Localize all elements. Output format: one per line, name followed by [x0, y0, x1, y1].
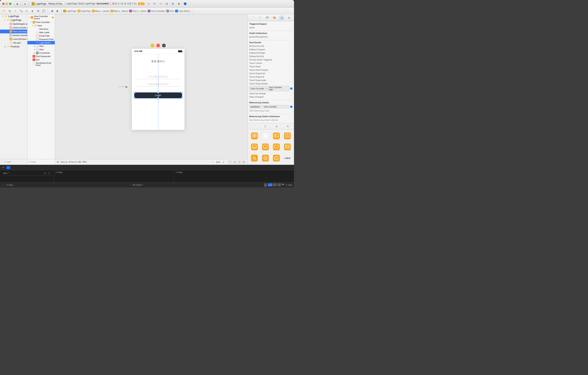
outline-vc[interactable]: V View Controller — [27, 21, 55, 24]
login-button-mock[interactable]: Login — [134, 92, 182, 99]
breadcrumb-btn[interactable]: B Login Button — [175, 10, 190, 12]
grid-btn[interactable]: ⊞ — [36, 9, 41, 13]
run-button[interactable]: ▶ — [14, 1, 21, 6]
outline-main-label[interactable]: L Main Label — [27, 31, 55, 34]
event-radio-9[interactable] — [290, 72, 293, 75]
close-button[interactable] — [2, 3, 5, 5]
event-radio-14[interactable] — [290, 96, 293, 98]
breadcrumb-warning[interactable]: ⚠ — [191, 10, 193, 12]
lib-item-container[interactable] — [260, 131, 271, 141]
scene-warning-btn[interactable] — [151, 44, 154, 47]
outline-entry-point[interactable]: → Storyboard Entry Point — [27, 61, 55, 67]
footer-add[interactable]: + — [1, 184, 5, 187]
nav-forward[interactable]: ▶ — [55, 9, 60, 13]
outline-password-field[interactable]: F Password Field — [27, 38, 55, 41]
new-outlet-radio[interactable] — [290, 109, 293, 112]
breadcrumb-main-base[interactable]: S Main.s...(Base) — [111, 10, 128, 12]
outline-first-responder[interactable]: F First Responder — [27, 55, 55, 58]
maximize-button[interactable] — [9, 3, 11, 5]
layout-btn-b[interactable] — [273, 183, 277, 186]
outline-view2[interactable]: V View — [27, 44, 55, 48]
outline-email-field[interactable]: F Email Field — [27, 34, 55, 38]
zoom-out-btn[interactable]: − — [211, 160, 215, 164]
inspector-button[interactable]: 🔵 — [182, 2, 188, 6]
lib-tab-file[interactable]: 📄 — [252, 124, 257, 129]
lib-item-label[interactable]: Label — [282, 153, 293, 163]
event-radio-12[interactable] — [290, 82, 293, 85]
sidebar-item-viewcontroller[interactable]: S ViewController.swift — [0, 26, 27, 30]
search-footer[interactable]: 🔍 — [282, 183, 285, 186]
lib-tab-media[interactable]: ⊞ — [285, 124, 290, 129]
lib-item-nav[interactable] — [271, 131, 282, 141]
lib-item-table[interactable] — [282, 142, 293, 152]
touch-up-dot[interactable] — [290, 88, 293, 90]
sidebar-item-loginpage-root[interactable]: ▼ 📁 LoginPage — [0, 14, 27, 18]
tab-attributes[interactable]: 🎨 — [272, 16, 277, 20]
comment-btn[interactable]: 💬 — [41, 9, 46, 13]
tab-size[interactable]: ⊞ — [286, 16, 292, 20]
sidebar-item-main-storyboard[interactable]: S Main.storyboard — [0, 30, 27, 33]
tab-connections[interactable]: ◎ — [279, 16, 284, 20]
event-radio-7[interactable] — [290, 65, 293, 68]
breadcrumb-view[interactable]: V View — [166, 10, 174, 12]
scheme-selector[interactable]: P LoginPage | iPhone 8 Plus — [30, 2, 65, 6]
layout-btn-4[interactable]: ⊠ — [242, 160, 246, 164]
scene-close-btn[interactable] — [156, 44, 160, 47]
eye-btn[interactable]: 👁 — [43, 172, 47, 175]
event-radio-5[interactable] — [290, 58, 293, 61]
breadcrumb-loginpage[interactable]: 📁 LoginPage — [78, 10, 91, 12]
minimize-button[interactable] — [6, 3, 8, 5]
tab-identity[interactable]: 🪪 — [265, 16, 270, 20]
sidebar-item-launchscreen[interactable]: S LaunchScreen.storyboard — [0, 37, 27, 41]
sidebar-item-products[interactable]: ▶ 📁 Products — [0, 45, 27, 49]
lib-item-tab[interactable] — [249, 142, 260, 152]
navigator-toggle[interactable]: 📁 — [1, 9, 6, 13]
lib-tab-code[interactable]: {} — [263, 124, 268, 129]
layout-btn-a[interactable] — [268, 183, 272, 186]
zoom-in-btn[interactable]: + — [222, 160, 225, 164]
version-button[interactable]: ⊠ — [176, 2, 182, 6]
lib-item-search[interactable] — [249, 153, 260, 163]
collapse-btn[interactable]: ⊟ — [7, 9, 12, 13]
event-radio-11[interactable] — [290, 79, 293, 81]
sidebar-item-infoplist[interactable]: P Info.plist — [0, 41, 27, 45]
outline-safe-area[interactable]: □ Safe Area — [27, 27, 55, 31]
outline-constraints[interactable]: ⊞ Constraints — [27, 51, 55, 55]
new-collection-radio[interactable] — [290, 119, 293, 121]
gesture-radio[interactable] — [290, 35, 293, 38]
outlet-dot[interactable] — [290, 106, 293, 108]
event-radio-2[interactable] — [290, 48, 293, 51]
canvas-content[interactable]: ▶ 9:41 AM — [55, 14, 248, 159]
debug-toggle[interactable]: ▼ — [1, 166, 5, 169]
layout-btn-1[interactable]: ⊙ — [228, 160, 232, 164]
layout-toggle-button[interactable]: ⊟ — [164, 2, 169, 6]
grid-toggle[interactable] — [278, 183, 281, 186]
event-radio-3[interactable] — [290, 52, 293, 54]
stop-button[interactable]: ■ — [22, 1, 28, 6]
tab-quick-help[interactable]: ? — [257, 16, 263, 20]
warning-btn[interactable]: ⚠ — [24, 9, 29, 13]
sidebar-item-appdelegate[interactable]: S AppDelegate.swift — [0, 22, 27, 26]
event-radio-8[interactable] — [290, 69, 293, 71]
outline-view[interactable]: V View — [27, 24, 55, 27]
segues-action-radio[interactable] — [290, 26, 293, 29]
event-radio-1[interactable] — [290, 45, 293, 47]
lib-item-media[interactable] — [260, 153, 271, 163]
nav-back[interactable]: ◀ — [49, 9, 54, 13]
breadcrumb-main-storyboard[interactable]: S Main.s...yboard — [92, 10, 109, 12]
breadcrumb-loginpage-root[interactable]: P LoginPage — [63, 10, 76, 12]
lib-item-3d[interactable] — [271, 153, 282, 163]
tab-file[interactable]: 📄 — [250, 16, 256, 20]
trash-btn[interactable] — [264, 183, 267, 187]
add-icon[interactable]: + — [1, 161, 3, 163]
auto-dropdown[interactable]: Auto ⌃ — [3, 172, 10, 174]
event-radio-6[interactable] — [290, 62, 293, 65]
search-btn[interactable]: 🔍 — [19, 9, 23, 13]
lib-item-scroll[interactable] — [271, 142, 282, 152]
add-btn[interactable]: + — [13, 9, 18, 13]
all-output-dropdown[interactable]: All Output ⌃ — [133, 184, 144, 186]
scene-config-btn[interactable] — [162, 44, 166, 47]
sidebar-item-loginpage[interactable]: ▼ 📁 LoginPage — [0, 18, 27, 22]
layout-btn-3[interactable]: ⊟ — [237, 160, 241, 164]
warning-badge[interactable]: ▲ 1 — [138, 2, 144, 5]
